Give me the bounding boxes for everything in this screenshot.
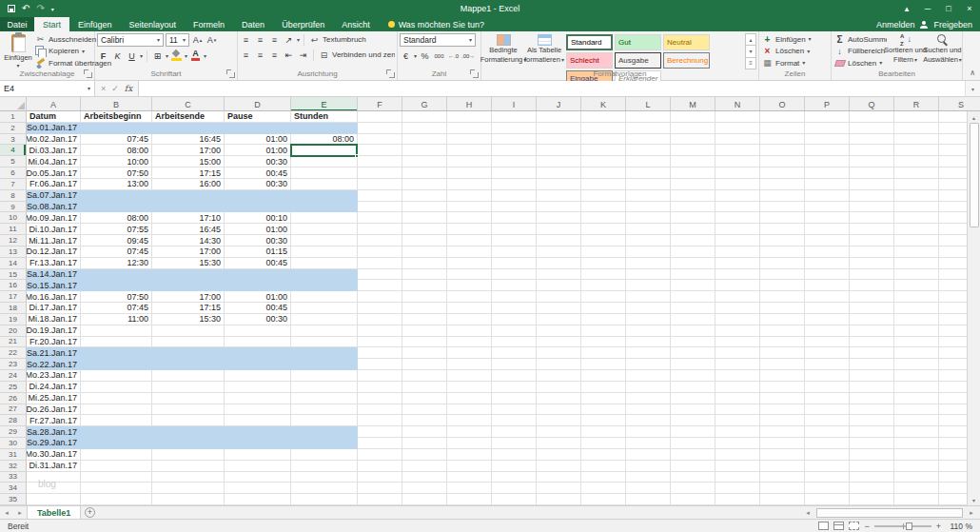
- cell-I5[interactable]: [492, 156, 537, 167]
- cell-P35[interactable]: [805, 494, 850, 505]
- cell-O11[interactable]: [760, 224, 805, 235]
- cell-M2[interactable]: [671, 123, 715, 134]
- cell-F6[interactable]: [358, 167, 402, 179]
- cell-A25[interactable]: Di.24.Jan.17: [27, 382, 81, 393]
- align-left-icon[interactable]: ≡: [240, 49, 252, 61]
- cell-R3[interactable]: [894, 134, 939, 146]
- cell-I20[interactable]: [492, 325, 537, 337]
- cell-I33[interactable]: [492, 472, 537, 483]
- cell-Q19[interactable]: [850, 314, 894, 325]
- cell-J7[interactable]: [537, 179, 581, 190]
- cell-C20[interactable]: [152, 325, 225, 337]
- cell-B17[interactable]: 07:50: [81, 291, 152, 303]
- cell-K32[interactable]: [581, 461, 626, 472]
- gallery-up-icon[interactable]: ▴: [745, 33, 756, 46]
- cell-N20[interactable]: [715, 325, 760, 337]
- cell-M31[interactable]: [671, 449, 715, 461]
- vertical-scroll-thumb[interactable]: [970, 123, 979, 227]
- cell-C5[interactable]: 15:00: [152, 156, 225, 167]
- cell-M28[interactable]: [671, 415, 715, 426]
- page-layout-view-icon[interactable]: [833, 522, 844, 530]
- cell-G17[interactable]: [402, 291, 447, 303]
- cell-M8[interactable]: [671, 190, 715, 202]
- cell-P16[interactable]: [805, 280, 850, 291]
- cell-J8[interactable]: [537, 190, 581, 202]
- cell-H7[interactable]: [447, 179, 492, 190]
- cell-M16[interactable]: [671, 280, 715, 291]
- cell-H31[interactable]: [447, 449, 492, 461]
- cell-Q21[interactable]: [850, 337, 894, 348]
- cell-E3[interactable]: 08:00: [291, 134, 358, 146]
- cell-C14[interactable]: 15:30: [152, 258, 225, 269]
- cell-G5[interactable]: [402, 156, 447, 167]
- sheet-nav-left-icon[interactable]: ◂: [0, 506, 13, 519]
- cell-C17[interactable]: 17:00: [152, 291, 225, 303]
- cell-C15[interactable]: [152, 269, 225, 281]
- cell-I16[interactable]: [492, 280, 537, 291]
- cell-H4[interactable]: [447, 145, 492, 156]
- cell-K28[interactable]: [581, 415, 626, 426]
- cell-J6[interactable]: [537, 167, 581, 179]
- cell-E7[interactable]: [291, 179, 358, 190]
- cell-K16[interactable]: [581, 280, 626, 291]
- cell-C24[interactable]: [152, 370, 225, 382]
- cell-G9[interactable]: [402, 202, 447, 213]
- cell-J26[interactable]: [537, 393, 581, 404]
- font-name-select[interactable]: Calibri▾: [97, 33, 164, 47]
- cell-R4[interactable]: [894, 145, 939, 156]
- cell-S11[interactable]: [939, 224, 967, 235]
- cell-B19[interactable]: 11:00: [81, 314, 152, 325]
- cell-M33[interactable]: [671, 472, 715, 483]
- cell-J30[interactable]: [537, 438, 581, 449]
- row-header-15[interactable]: 15: [0, 269, 27, 281]
- cell-D31[interactable]: [225, 449, 291, 461]
- cell-R16[interactable]: [894, 280, 939, 291]
- cell-R7[interactable]: [894, 179, 939, 190]
- cell-O10[interactable]: [760, 212, 805, 224]
- cell-B16[interactable]: [81, 280, 152, 291]
- cell-E12[interactable]: [291, 235, 358, 246]
- row-header-3[interactable]: 3: [0, 134, 27, 146]
- zoom-out-icon[interactable]: −: [864, 522, 869, 531]
- vertical-scrollbar[interactable]: ▴ ▾: [967, 111, 980, 505]
- cell-P31[interactable]: [805, 449, 850, 461]
- cell-R2[interactable]: [894, 123, 939, 134]
- cell-D14[interactable]: 00:45: [225, 258, 291, 269]
- cell-H13[interactable]: [447, 246, 492, 258]
- cell-J35[interactable]: [537, 494, 581, 505]
- cell-B4[interactable]: 08:00: [81, 145, 152, 156]
- cell-A20[interactable]: Do.19.Jan.17: [27, 325, 81, 337]
- cell-Q34[interactable]: [850, 483, 894, 494]
- cell-J34[interactable]: [537, 483, 581, 494]
- cell-K27[interactable]: [581, 404, 626, 416]
- cell-I21[interactable]: [492, 337, 537, 348]
- cell-H2[interactable]: [447, 123, 492, 134]
- cell-L15[interactable]: [626, 269, 671, 281]
- cell-I31[interactable]: [492, 449, 537, 461]
- cell-N9[interactable]: [715, 202, 760, 213]
- cell-H35[interactable]: [447, 494, 492, 505]
- paste-dropdown-icon[interactable]: ▾: [16, 63, 19, 69]
- cell-M25[interactable]: [671, 382, 715, 393]
- cell-I27[interactable]: [492, 404, 537, 416]
- cell-D28[interactable]: [225, 415, 291, 426]
- row-header-32[interactable]: 32: [0, 461, 27, 472]
- cell-I12[interactable]: [492, 235, 537, 246]
- align-top-icon[interactable]: ≡: [240, 33, 252, 46]
- cell-L33[interactable]: [626, 472, 671, 483]
- cell-S1[interactable]: [939, 111, 967, 123]
- row-header-26[interactable]: 26: [0, 393, 27, 404]
- cell-F21[interactable]: [358, 337, 402, 348]
- cell-D9[interactable]: [225, 202, 291, 213]
- cell-P15[interactable]: [805, 269, 850, 281]
- sheet-tab-tabelle1[interactable]: Tabelle1: [27, 506, 81, 519]
- cell-Q7[interactable]: [850, 179, 894, 190]
- cell-N34[interactable]: [715, 483, 760, 494]
- cell-D12[interactable]: 00:30: [225, 235, 291, 246]
- cell-L26[interactable]: [626, 393, 671, 404]
- cell-L28[interactable]: [626, 415, 671, 426]
- cell-B31[interactable]: [81, 449, 152, 461]
- cell-S16[interactable]: [939, 280, 967, 291]
- align-middle-icon[interactable]: ≡: [254, 33, 266, 46]
- cell-D8[interactable]: [225, 190, 291, 202]
